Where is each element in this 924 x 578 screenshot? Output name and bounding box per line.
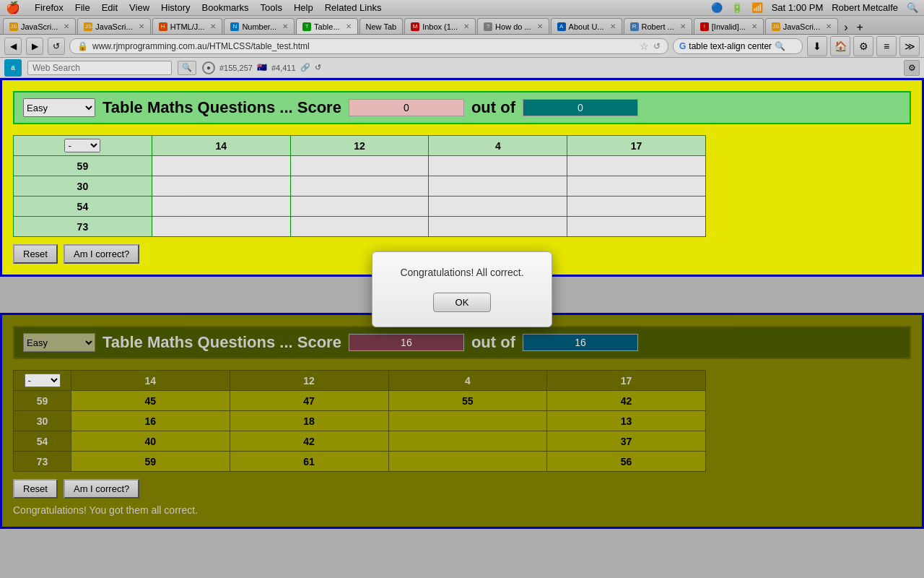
reset-button-top[interactable]: Reset xyxy=(13,244,58,264)
tab-close-icon[interactable]: ✕ xyxy=(282,22,288,30)
difficulty-select-bottom[interactable]: Easy xyxy=(23,333,95,352)
menu-edit[interactable]: Edit xyxy=(102,2,118,13)
dialog-ok-button[interactable]: OK xyxy=(433,293,492,312)
check-button-bottom[interactable]: Am I correct? xyxy=(64,479,139,499)
menu-tools[interactable]: Tools xyxy=(261,2,282,13)
answer-input[interactable] xyxy=(291,161,429,172)
tools-icon[interactable]: ⚙ xyxy=(853,36,873,56)
answer-cell[interactable] xyxy=(429,197,567,217)
answer-input[interactable] xyxy=(291,202,429,212)
url-bar[interactable]: 🔒 www.rjmprogramming.com.au/HTMLCSS/tabl… xyxy=(69,38,668,54)
tab-invalid[interactable]: ! [Invalid]... ✕ xyxy=(694,18,764,34)
answer-input[interactable] xyxy=(152,181,290,192)
answer-input[interactable] xyxy=(429,222,567,233)
total-value-bottom[interactable] xyxy=(523,334,638,351)
tab-close-icon[interactable]: ✕ xyxy=(680,22,686,30)
tab-close-icon[interactable]: ✕ xyxy=(64,22,69,30)
answer-cell[interactable] xyxy=(567,197,706,217)
answer-cell[interactable] xyxy=(152,197,290,217)
reset-button-bottom[interactable]: Reset xyxy=(13,479,58,499)
new-tab-button[interactable]: + xyxy=(853,21,868,34)
tab-close-icon[interactable]: ✕ xyxy=(346,22,352,30)
answer-input[interactable] xyxy=(152,161,290,172)
link-icon[interactable]: 🔗 xyxy=(300,63,310,72)
tab-close-icon[interactable]: ✕ xyxy=(139,22,144,30)
answer-input[interactable] xyxy=(567,181,705,192)
refresh-button[interactable]: ↺ xyxy=(48,38,65,55)
menu-history[interactable]: History xyxy=(161,2,190,13)
menu-firefox[interactable]: Firefox xyxy=(35,2,64,13)
settings-icon[interactable]: ⚙ xyxy=(904,60,920,76)
answer-cell[interactable] xyxy=(290,156,429,176)
answer-input[interactable] xyxy=(567,202,705,212)
answer-cell[interactable] xyxy=(290,197,429,217)
operator-cell-top[interactable]: - xyxy=(14,136,152,156)
search-icon[interactable]: 🔍 xyxy=(907,2,918,13)
tab-javascript-1[interactable]: JS JavaScri... ✕ xyxy=(3,18,76,34)
answer-cell[interactable] xyxy=(290,217,429,237)
score-value-bottom[interactable] xyxy=(349,334,464,351)
tab-table[interactable]: T Table... ✕ xyxy=(296,18,357,34)
tab-scroll-right[interactable]: › xyxy=(840,21,852,34)
refresh-small-icon[interactable]: ↺ xyxy=(653,41,661,51)
tab-about[interactable]: A About U... ✕ xyxy=(551,18,622,34)
home-icon[interactable]: 🏠 xyxy=(830,36,850,56)
answer-cell[interactable] xyxy=(152,217,290,237)
search-bar[interactable]: G table text-align center 🔍 xyxy=(673,38,803,54)
forward-button[interactable]: ▶ xyxy=(26,38,43,55)
refresh-icon[interactable]: ↺ xyxy=(315,63,321,72)
tab-number[interactable]: N Number... ✕ xyxy=(224,18,295,34)
operator-select-top[interactable]: - xyxy=(64,139,100,152)
answer-cell[interactable] xyxy=(567,217,706,237)
menu-help[interactable]: Help xyxy=(294,2,313,13)
answer-cell[interactable] xyxy=(567,176,706,197)
answer-input[interactable] xyxy=(152,222,290,233)
answer-cell[interactable] xyxy=(429,156,567,176)
answer-cell[interactable] xyxy=(152,156,290,176)
answer-input[interactable] xyxy=(567,222,705,233)
answer-cell[interactable] xyxy=(429,217,567,237)
tab-html[interactable]: H HTML/J... ✕ xyxy=(152,18,223,34)
tab-close-icon[interactable]: ✕ xyxy=(610,22,616,30)
answer-input[interactable] xyxy=(429,202,567,212)
operator-cell-bottom[interactable]: - xyxy=(14,371,71,391)
download-icon[interactable]: ⬇ xyxy=(807,36,827,56)
tab-close-icon[interactable]: ✕ xyxy=(826,22,832,30)
menu-bookmarks[interactable]: Bookmarks xyxy=(202,2,249,13)
tab-close-icon[interactable]: ✕ xyxy=(537,22,543,30)
web-search-input[interactable] xyxy=(27,61,172,75)
check-button-top[interactable]: Am I correct? xyxy=(64,244,139,264)
tab-howto[interactable]: ? How do ... ✕ xyxy=(477,18,549,34)
operator-select-bottom[interactable]: - xyxy=(25,374,61,387)
tab-close-icon[interactable]: ✕ xyxy=(463,22,469,30)
answer-cell[interactable] xyxy=(429,176,567,197)
answer-input[interactable] xyxy=(429,181,567,192)
tab-javascript-2[interactable]: JS JavaScri... ✕ xyxy=(77,18,150,34)
answer-input[interactable] xyxy=(567,161,705,172)
menu-related-links[interactable]: Related Links xyxy=(325,2,382,13)
answer-cell[interactable] xyxy=(152,176,290,197)
extra-icon[interactable]: ≫ xyxy=(899,36,920,56)
search-submit-icon[interactable]: 🔍 xyxy=(775,41,785,51)
menu-file[interactable]: File xyxy=(75,2,90,13)
answer-cell[interactable] xyxy=(290,176,429,197)
tab-inbox[interactable]: M Inbox (1... ✕ xyxy=(404,18,476,34)
tab-close-icon[interactable]: ✕ xyxy=(751,22,757,30)
apple-menu[interactable]: 🍎 xyxy=(6,1,20,14)
more-icon[interactable]: ≡ xyxy=(876,36,897,56)
answer-input[interactable] xyxy=(291,222,429,233)
alexa-search-button[interactable]: 🔍 xyxy=(178,61,196,75)
content-wrapper[interactable]: Easy Table Maths Questions ... Score out… xyxy=(0,78,924,578)
answer-cell[interactable] xyxy=(567,156,706,176)
answer-input[interactable] xyxy=(152,202,290,212)
tab-robert[interactable]: R Robert ... ✕ xyxy=(624,18,692,34)
score-value-top[interactable] xyxy=(349,99,464,116)
bookmark-icon[interactable]: ☆ xyxy=(640,40,649,52)
difficulty-select-top[interactable]: Easy xyxy=(23,98,95,117)
tab-new[interactable]: New Tab xyxy=(359,18,404,34)
menu-view[interactable]: View xyxy=(129,2,149,13)
tab-javascript-3[interactable]: JS JavaScri... ✕ xyxy=(765,18,838,34)
answer-input[interactable] xyxy=(429,161,567,172)
tab-close-icon[interactable]: ✕ xyxy=(210,22,216,30)
total-value-top[interactable] xyxy=(523,99,638,116)
